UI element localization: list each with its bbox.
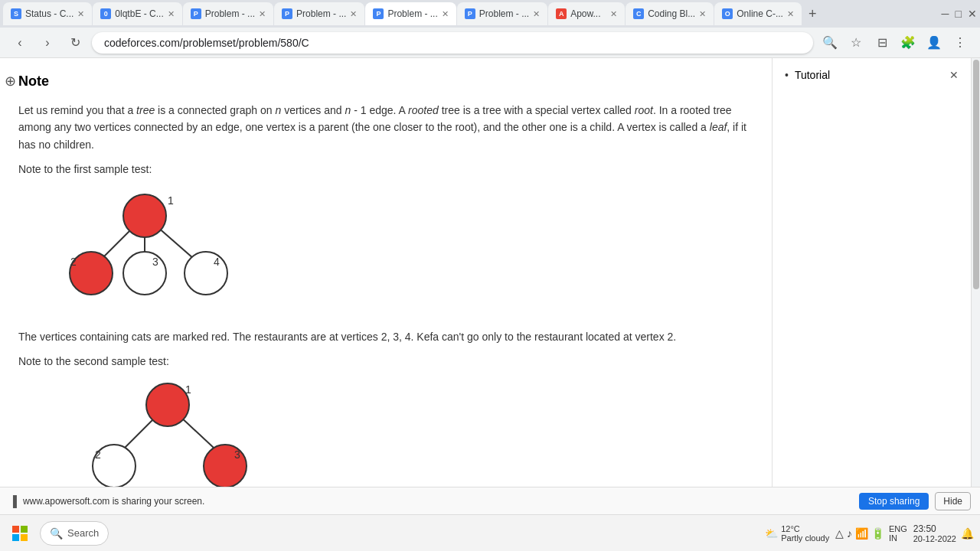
new-tab-button[interactable]: + [802,6,823,22]
tab-close-p3[interactable]: ✕ [533,9,540,19]
tab-close-apow[interactable]: ✕ [610,9,617,19]
address-bar: ‹ › ↻ 🔍 ☆ ⊟ 🧩 👤 ⋮ [0,28,980,58]
tab-apow[interactable]: A Apow... ✕ [548,2,625,25]
tab-title-0lqtbe: 0lqtbE - C... [115,8,163,19]
weather-widget: ⛅ 12°C Partly cloudy [765,524,829,543]
clock-widget: ENGIN 23:50 20-12-2022 [889,523,956,543]
tab-favicon-active: P [373,8,384,19]
tab-favicon-p3: P [465,8,475,19]
main-content: ⊕ Note Let us remind you that a tree is … [0,58,980,514]
tab-close-coding[interactable]: ✕ [699,9,706,19]
tab-close-online[interactable]: ✕ [787,9,794,19]
bookmark-star-button[interactable]: ☆ [845,32,867,54]
tab-close-p1[interactable]: ✕ [259,9,266,19]
maximize-button[interactable]: □ [956,8,962,20]
tray-icons: △ ♪ 📶 🔋 [835,527,884,540]
svg-rect-34 [21,534,28,541]
taskbar: 🔍 Search ⛅ 12°C Partly cloudy △ ♪ 📶 🔋 EN… [0,514,980,551]
scrollbar[interactable] [971,58,980,514]
start-button[interactable] [6,520,34,547]
tab-favicon-p1: P [191,8,201,19]
svg-point-17 [146,383,189,426]
page-content[interactable]: ⊕ Note Let us remind you that a tree is … [0,58,772,514]
tab-search-button[interactable]: ⊟ [871,32,893,54]
tree1-svg: 1 2 3 4 [34,185,240,308]
scrollbar-thumb[interactable] [973,60,979,289]
system-time: 23:50 [913,523,956,534]
tab-title-apow: Apow... [570,8,606,19]
reload-button[interactable]: ↻ [64,32,86,54]
tab-favicon-online: O [722,8,733,19]
window-controls: ─ □ ✕ [942,8,977,20]
tab-online[interactable]: O Online C-... ✕ [714,2,802,25]
svg-rect-33 [12,534,19,541]
taskbar-search-box[interactable]: 🔍 Search [40,521,109,546]
toolbar-icons: 🔍 ☆ ⊟ 🧩 👤 ⋮ [819,32,971,54]
screen-share-text: www.apowersoft.com is sharing your scree… [23,496,853,507]
svg-text:1: 1 [185,383,191,396]
svg-text:3: 3 [234,448,240,461]
note1-label: Note to the first sample test: [18,161,753,178]
svg-point-3 [123,194,166,237]
tab-favicon-0lqtbe: 0 [100,8,111,19]
lang-indicator: ENGIN [889,524,907,543]
taskbar-search-icon: 🔍 [50,527,63,540]
tab-close-p2[interactable]: ✕ [350,9,357,19]
svg-text:2: 2 [95,448,101,461]
right-sidebar: • Tutorial ✕ [772,58,971,514]
svg-rect-31 [12,526,19,533]
hide-button[interactable]: Hide [935,492,971,510]
search-lens-button[interactable]: 🔍 [819,32,841,54]
tab-favicon-apow: A [556,8,567,19]
tab-title-status: Status - C... [25,8,74,19]
extensions-button[interactable]: 🧩 [897,32,919,54]
tab-close-active[interactable]: ✕ [442,9,449,19]
tab-coding[interactable]: C Coding Bl... ✕ [626,2,714,25]
sidebar-tutorial-item[interactable]: • Tutorial ✕ [779,64,965,86]
minimize-button[interactable]: ─ [942,8,949,20]
close-button[interactable]: ✕ [968,8,977,20]
stop-sharing-button[interactable]: Stop sharing [859,493,929,510]
menu-button[interactable]: ⋮ [949,32,971,54]
tab-close-status[interactable]: ✕ [77,9,84,19]
sidebar-tutorial-label: Tutorial [795,69,830,81]
tab-problem2[interactable]: P Problem - ... ✕ [274,2,364,25]
svg-text:1: 1 [168,194,174,207]
sidebar-bullet: • [785,69,789,81]
weather-icon: ⛅ [765,527,778,540]
forward-button[interactable]: › [37,32,58,54]
tab-title-p1: Problem - ... [205,8,255,19]
left-margin-icon: ⊕ [5,70,16,93]
notification-icon[interactable]: 🔔 [961,527,974,540]
tree1-diagram: 1 2 3 4 [34,185,753,312]
sidebar-close-button[interactable]: ✕ [949,69,959,81]
screen-share-bar: ▐ www.apowersoft.com is sharing your scr… [0,487,980,514]
weather-temp: 12°C [781,524,829,533]
tab-title-online: Online C-... [737,8,783,19]
weather-desc: Partly cloudy [781,533,829,543]
svg-text:2: 2 [70,256,77,268]
svg-text:3: 3 [152,256,158,268]
svg-rect-32 [21,526,28,533]
tab-problem3[interactable]: P Problem - ... ✕ [457,2,547,25]
back-button[interactable]: ‹ [9,32,31,54]
address-input[interactable] [92,32,813,54]
svg-point-9 [185,252,227,295]
system-tray: △ ♪ 📶 🔋 ENGIN 23:50 20-12-2022 🔔 [835,523,974,543]
svg-text:4: 4 [214,256,220,268]
taskbar-search-label: Search [67,527,99,539]
note2-label: Note to the second sample test: [18,353,753,370]
tab-title-active: Problem - ... [387,8,437,19]
tab-title-p3: Problem - ... [479,8,529,19]
tab-0lqtbe[interactable]: 0 0lqtbE - C... ✕ [93,2,181,25]
tab-status[interactable]: S Status - C... ✕ [3,2,92,25]
tab-title-p2: Problem - ... [296,8,346,19]
tab-favicon-coding: C [633,8,644,19]
screen-share-icon: ▐ [9,495,17,507]
tree1-description: The vertices containing cats are marked … [18,328,753,345]
tab-problem1[interactable]: P Problem - ... ✕ [183,2,273,25]
tab-favicon-p2: P [282,8,292,19]
tab-problem-active[interactable]: P Problem - ... ✕ [365,2,456,25]
profile-button[interactable]: 👤 [923,32,945,54]
tab-close-0lqtbe[interactable]: ✕ [168,9,175,19]
